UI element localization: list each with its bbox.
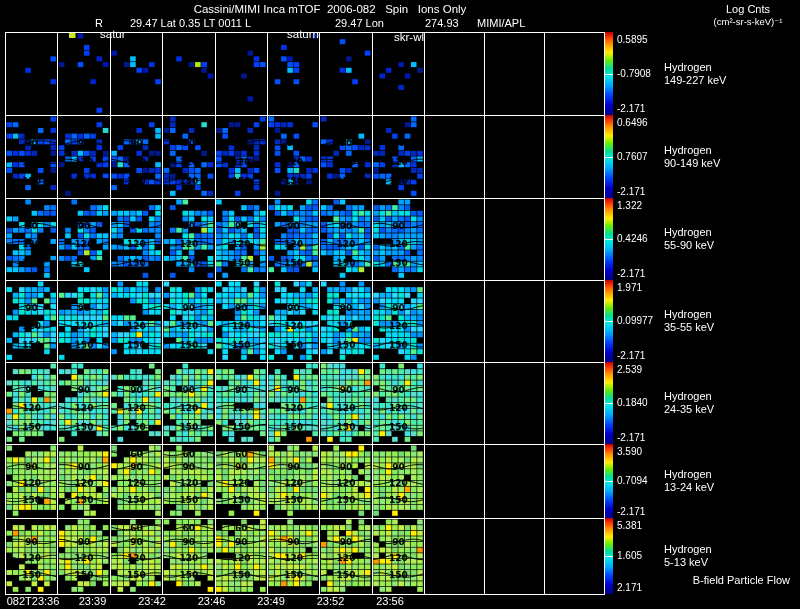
spectrogram-panel-r5c5: [216, 363, 267, 444]
colorbar-max-label-row5: 2.539: [617, 364, 642, 375]
time-axis-label-1: 082T23:36: [1, 595, 65, 607]
colorbar-mid-label-row1: -0.7908: [617, 68, 651, 79]
spectrogram-panel-r6c2: [58, 445, 109, 518]
species-label: Hydrogen: [664, 543, 712, 556]
empty-panel-r1c9: [425, 33, 484, 115]
species-label: Hydrogen: [664, 308, 714, 321]
energy-band-label-row2: Hydrogen90-149 keV: [664, 144, 720, 170]
species-label: Hydrogen: [664, 144, 720, 157]
time-axis-label-3: 23:42: [120, 595, 184, 607]
spectrogram-panel-r3c4: [163, 199, 214, 280]
colorbar-mid-label-row3: 0.4246: [617, 233, 648, 244]
colorbar-mid-tick: [605, 403, 613, 404]
empty-panel-r2c10: [485, 116, 544, 198]
energy-range-label: 35-55 keV: [664, 321, 714, 334]
colorbar-mid-label-row4: 0.09977: [617, 315, 653, 326]
spectrogram-panel-r1c4: [163, 33, 214, 115]
header-org: MIMI/APL: [477, 17, 525, 30]
spectrogram-panel-r6c7: [320, 445, 371, 518]
colorbar-mid-tick: [605, 481, 613, 482]
spectrogram-panel-r2c2: [58, 116, 109, 198]
spectrogram-panel-r5c2: [58, 363, 109, 444]
colorbar-mid-label-row2: 0.7607: [617, 151, 648, 162]
time-axis-label-6: 23:52: [299, 595, 363, 607]
spectrogram-panel-r1c7: [320, 33, 371, 115]
spectrogram-panel-r5c8: [373, 363, 424, 444]
energy-range-label: 5-13 keV: [664, 556, 712, 569]
empty-panel-r2c11: [545, 116, 604, 198]
spectrogram-panel-r4c4: [163, 281, 214, 362]
empty-panel-r7c11: [545, 519, 604, 594]
species-label: Hydrogen: [664, 390, 714, 403]
empty-panel-r6c11: [545, 445, 604, 518]
colorbar-mid-tick: [605, 239, 613, 240]
spectrogram-panel-r1c6: [268, 33, 319, 115]
colorbar-units-formula: (cm²-sr-s-keV)⁻¹: [698, 17, 798, 28]
colorbar-row7: [605, 518, 613, 594]
colorbar-min-label-row1: -2.171: [617, 103, 645, 114]
empty-panel-r1c10: [485, 33, 544, 115]
colorbar-mid-tick: [605, 321, 613, 322]
spectrogram-panel-r3c5: [216, 199, 267, 280]
spectrogram-panel-r4c1: [6, 281, 57, 362]
colorbar-mid-label-row7: 1.605: [617, 550, 642, 561]
empty-panel-r5c10: [485, 363, 544, 444]
time-axis-label-4: 23:46: [180, 595, 244, 607]
header-lon-value: 274.93: [425, 17, 459, 30]
energy-band-label-row1: Hydrogen149-227 keV: [664, 61, 726, 87]
colorbar-row6: [605, 444, 613, 518]
spectrogram-panel-r3c2: [58, 199, 109, 280]
spectrogram-panel-r5c7: [320, 363, 371, 444]
energy-band-label-row3: Hydrogen55-90 keV: [664, 226, 714, 252]
empty-panel-r4c9: [425, 281, 484, 362]
time-axis-label-5: 23:49: [239, 595, 303, 607]
empty-panel-r4c10: [485, 281, 544, 362]
spectrogram-panel-r3c3: [111, 199, 162, 280]
spectrogram-panel-r4c2: [58, 281, 109, 362]
spectrogram-panel-r4c3: [111, 281, 162, 362]
colorbar-mid-tick: [605, 157, 613, 158]
header-ephemeris: 29.47 Lat 0.35 LT 0011 L: [130, 17, 251, 30]
energy-range-label: 13-24 keV: [664, 481, 714, 494]
spectrogram-panel-r1c5: [216, 33, 267, 115]
colorbar-max-label-row3: 1.322: [617, 200, 642, 211]
spectrogram-panel-r5c6: [268, 363, 319, 444]
spectrogram-panel-r6c1: [6, 445, 57, 518]
spectrogram-panel-r2c3: [111, 116, 162, 198]
colorbar-min-label-row3: -2.171: [617, 268, 645, 279]
spectrogram-panel-r7c6: [268, 519, 319, 594]
spectrogram-panel-r3c8: [373, 199, 424, 280]
spectrogram-panel-r3c1: [6, 199, 57, 280]
spectrogram-panel-r3c7: [320, 199, 371, 280]
colorbar-row3: [605, 198, 613, 280]
empty-panel-r3c11: [545, 199, 604, 280]
spectrogram-panel-r1c2: [58, 33, 109, 115]
colorbar-mid-tick: [605, 556, 613, 557]
colorbar-row2: [605, 115, 613, 198]
time-axis-label-2: 23:39: [61, 595, 125, 607]
energy-band-label-row5: Hydrogen24-35 keV: [664, 390, 714, 416]
empty-panel-r5c9: [425, 363, 484, 444]
spectrogram-panel-r5c4: [163, 363, 214, 444]
species-label: Hydrogen: [664, 61, 726, 74]
spectrogram-panel-r2c4: [163, 116, 214, 198]
spectrogram-panel-r7c1: [6, 519, 57, 594]
colorbar-min-label-row2: -2.171: [617, 186, 645, 197]
spectrogram-panel-r4c5: [216, 281, 267, 362]
colorbar-max-label-row7: 5.381: [617, 520, 642, 531]
colorbar-max-label-row1: 0.5895: [617, 34, 648, 45]
colorbar-row1: [605, 32, 613, 115]
colorbar-min-label-row6: -2.171: [617, 506, 645, 517]
colorbar-row4: [605, 280, 613, 362]
colorbar-max-label-row2: 0.6496: [617, 117, 648, 128]
spectrogram-panel-r7c7: [320, 519, 371, 594]
spectrogram-panel-r4c7: [320, 281, 371, 362]
empty-panel-r3c10: [485, 199, 544, 280]
spectrogram-panel-r6c4: [163, 445, 214, 518]
mimi-inca-spectrogram-display: Cassini/MIMI Inca mTOF 2006-082 Spin Ion…: [0, 0, 800, 609]
energy-range-label: 149-227 keV: [664, 74, 726, 87]
colorbar-min-label-row7: 2.171: [617, 582, 642, 593]
colorbar-mid-label-row6: 0.7094: [617, 475, 648, 486]
spectrogram-panel-r7c8: [373, 519, 424, 594]
spectrogram-panel-r4c6: [268, 281, 319, 362]
